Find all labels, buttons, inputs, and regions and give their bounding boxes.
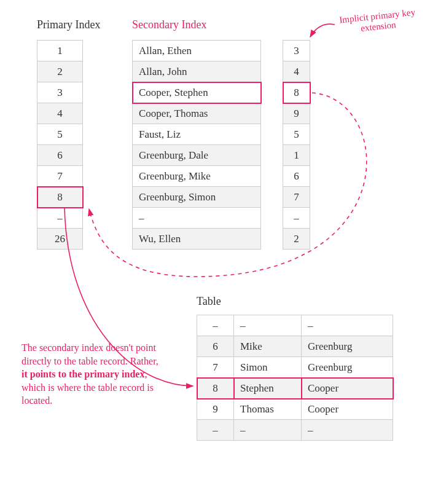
table-row: 8StephenCooper bbox=[197, 378, 393, 399]
cell: – bbox=[197, 420, 234, 441]
table-row: 6 bbox=[37, 145, 83, 166]
cell: 2 bbox=[37, 61, 83, 82]
cell: 8 bbox=[37, 187, 83, 208]
primary-index-heading: Primary Index bbox=[37, 18, 100, 31]
table-row: Cooper, Stephen bbox=[133, 82, 261, 103]
table-row: 26 bbox=[37, 229, 83, 250]
cell: 8 bbox=[283, 82, 310, 103]
cell: Greenburg, Dale bbox=[133, 145, 261, 166]
cell: – bbox=[197, 315, 234, 336]
table-row: 5 bbox=[37, 124, 83, 145]
table-row: 4 bbox=[37, 103, 83, 124]
cell: Thomas bbox=[234, 399, 302, 420]
table-row: 2 bbox=[37, 61, 83, 82]
table-row: – bbox=[283, 208, 310, 229]
cell: Wu, Ellen bbox=[133, 229, 261, 250]
cell: Cooper, Thomas bbox=[133, 103, 261, 124]
table-row: 7 bbox=[37, 166, 83, 187]
table-row: – bbox=[37, 208, 83, 229]
secondary-keys-table: 34895167–2 bbox=[283, 40, 310, 250]
table-row: ––– bbox=[197, 420, 393, 441]
cell: – bbox=[133, 208, 261, 229]
cell: 4 bbox=[37, 103, 83, 124]
primary-index-table: 12345678–26 bbox=[37, 40, 83, 250]
cell: 3 bbox=[283, 41, 310, 61]
implicit-key-label: Implicit primary key extension bbox=[334, 7, 422, 36]
table-row: 8 bbox=[37, 187, 83, 208]
cell: Allan, John bbox=[133, 61, 261, 82]
table-row: 7SimonGreenburg bbox=[197, 357, 393, 378]
table-row: 6MikeGreenburg bbox=[197, 336, 393, 357]
cell: Cooper, Stephen bbox=[133, 82, 261, 103]
cell: 3 bbox=[37, 82, 83, 103]
cell: 6 bbox=[283, 166, 310, 187]
cell: 1 bbox=[37, 41, 83, 61]
cell: – bbox=[302, 420, 393, 441]
explanation-bold: it points to the primary index bbox=[22, 369, 144, 379]
cell: Greenburg, Simon bbox=[133, 187, 261, 208]
cell: 5 bbox=[283, 124, 310, 145]
cell: 4 bbox=[283, 61, 310, 82]
cell: Mike bbox=[234, 336, 302, 357]
table-heading: Table bbox=[197, 295, 221, 308]
cell: Greenburg bbox=[302, 336, 393, 357]
table-row: 1 bbox=[37, 41, 83, 61]
cell: 6 bbox=[37, 145, 83, 166]
cell: 26 bbox=[37, 229, 83, 250]
cell: 2 bbox=[283, 229, 310, 250]
table-row: Wu, Ellen bbox=[133, 229, 261, 250]
cell: Greenburg bbox=[302, 357, 393, 378]
cell: 7 bbox=[197, 357, 234, 378]
cell: 9 bbox=[283, 103, 310, 124]
cell: Simon bbox=[234, 357, 302, 378]
table-row: – bbox=[133, 208, 261, 229]
cell: – bbox=[234, 315, 302, 336]
table-row: 2 bbox=[283, 229, 310, 250]
cell: Stephen bbox=[234, 378, 302, 399]
cell: Faust, Liz bbox=[133, 124, 261, 145]
cell: – bbox=[37, 208, 83, 229]
cell: – bbox=[234, 420, 302, 441]
table-row: Greenburg, Dale bbox=[133, 145, 261, 166]
cell: 5 bbox=[37, 124, 83, 145]
table-row: Allan, John bbox=[133, 61, 261, 82]
cell: 8 bbox=[197, 378, 234, 399]
cell: 7 bbox=[283, 187, 310, 208]
table-row: 1 bbox=[283, 145, 310, 166]
cell: – bbox=[283, 208, 310, 229]
cell: Greenburg, Mike bbox=[133, 166, 261, 187]
table-row: 6 bbox=[283, 166, 310, 187]
table-row: Faust, Liz bbox=[133, 124, 261, 145]
data-table: –––6MikeGreenburg7SimonGreenburg8Stephen… bbox=[197, 315, 393, 441]
table-row: Allan, Ethen bbox=[133, 41, 261, 61]
table-row: 3 bbox=[37, 82, 83, 103]
secondary-index-heading: Secondary Index bbox=[132, 18, 206, 31]
table-row: Greenburg, Simon bbox=[133, 187, 261, 208]
cell: Cooper bbox=[302, 399, 393, 420]
table-row: ––– bbox=[197, 315, 393, 336]
cell: 1 bbox=[283, 145, 310, 166]
cell: 9 bbox=[197, 399, 234, 420]
implicit-arrow bbox=[310, 24, 335, 37]
table-row: 3 bbox=[283, 41, 310, 61]
table-row: Cooper, Thomas bbox=[133, 103, 261, 124]
cell: 6 bbox=[197, 336, 234, 357]
table-row: 8 bbox=[283, 82, 310, 103]
secondary-names-table: Allan, EthenAllan, JohnCooper, StephenCo… bbox=[132, 40, 261, 250]
cell: – bbox=[302, 315, 393, 336]
explanation-p1: The secondary index doesn't point direct… bbox=[22, 342, 158, 366]
cell: Cooper bbox=[302, 378, 393, 399]
table-row: 9ThomasCooper bbox=[197, 399, 393, 420]
table-row: 4 bbox=[283, 61, 310, 82]
table-row: 9 bbox=[283, 103, 310, 124]
table-row: Greenburg, Mike bbox=[133, 166, 261, 187]
cell: 7 bbox=[37, 166, 83, 187]
table-row: 7 bbox=[283, 187, 310, 208]
table-row: 5 bbox=[283, 124, 310, 145]
explanation-text: The secondary index doesn't point direct… bbox=[22, 341, 166, 408]
cell: Allan, Ethen bbox=[133, 41, 261, 61]
